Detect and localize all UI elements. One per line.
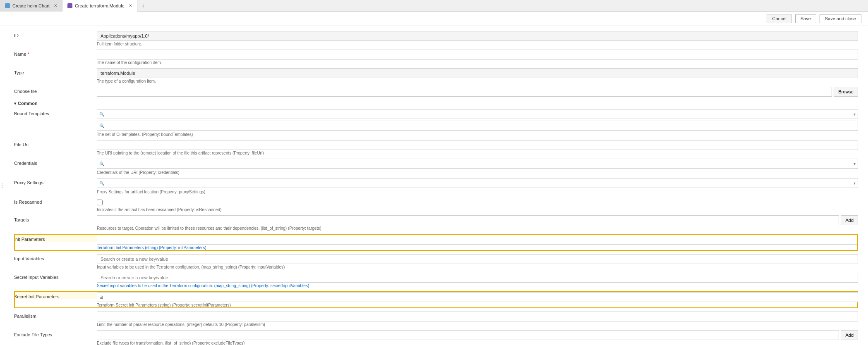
id-input[interactable] — [97, 31, 858, 41]
parallelism-label: Parallelism — [14, 312, 97, 319]
targets-label: Targets — [14, 215, 97, 222]
choose-file-control: Browse — [97, 87, 858, 97]
name-input[interactable] — [97, 50, 858, 59]
file-uri-label: File Uri — [14, 140, 97, 147]
file-uri-help: The URI pointing to the (remote) locatio… — [97, 151, 858, 155]
save-close-button[interactable]: Save and close — [820, 14, 861, 23]
cancel-button[interactable]: Cancel — [767, 14, 791, 23]
save-button[interactable]: Save — [795, 14, 816, 23]
choose-file-input[interactable] — [97, 87, 832, 97]
tab-helm-chart-label: Create helm.Chart — [12, 3, 50, 8]
credentials-input[interactable] — [97, 159, 858, 169]
input-variables-label: Input Variables — [14, 254, 97, 261]
bound-templates-label: Bound Templates — [14, 109, 97, 116]
bound-templates-search-icon-2: 🔍 — [99, 124, 104, 128]
secret-input-variables-control: Secret input variables to be used in the… — [97, 273, 858, 288]
secret-init-parameters-control: ⊞ Terraform Secret Init Parameters (stri… — [97, 292, 858, 307]
proxy-settings-row: Proxy Settings 🔍 ▾ Proxy Settings for ar… — [14, 178, 858, 194]
is-rescanned-checkbox[interactable] — [97, 200, 103, 205]
secret-input-variables-help: Secret input variables to be used in the… — [97, 283, 858, 288]
common-section-header[interactable]: ▾ Common — [14, 101, 858, 106]
browse-row: Browse — [97, 87, 858, 97]
type-input[interactable] — [97, 68, 858, 78]
proxy-settings-label: Proxy Settings — [14, 178, 97, 185]
bound-templates-search-row-2: 🔍 — [97, 121, 858, 131]
input-variables-input[interactable] — [97, 254, 858, 264]
choose-file-label: Choose file — [14, 87, 97, 94]
init-parameters-row: Init Parameters Terraform Init Parameter… — [14, 234, 858, 251]
proxy-settings-input[interactable] — [97, 178, 858, 188]
name-help: The name of the configuration item. — [97, 60, 858, 65]
secret-init-parameters-help: Terraform Secret Init Parameters (string… — [97, 303, 858, 307]
proxy-settings-search-icon: 🔍 — [99, 181, 104, 186]
tab-add-button[interactable]: + — [137, 1, 149, 11]
choose-file-row: Choose file Browse — [14, 87, 858, 98]
name-row: Name * The name of the configuration ite… — [14, 50, 858, 65]
exclude-file-types-input[interactable] — [97, 330, 839, 340]
targets-input[interactable] — [97, 215, 839, 225]
name-label: Name * — [14, 50, 97, 57]
secret-init-parameters-input[interactable] — [97, 292, 858, 302]
browse-button[interactable]: Browse — [834, 87, 858, 97]
sidebar-dots: ⋮ — [0, 26, 4, 345]
type-row: Type The type of a configuration item. — [14, 68, 858, 83]
tab-helm-chart-close[interactable]: ✕ — [54, 3, 57, 8]
tab-terraform-module-close[interactable]: ✕ — [129, 3, 132, 8]
secret-input-variables-input[interactable] — [97, 273, 858, 283]
bound-templates-help: The set of CI templates. (Property: boun… — [97, 132, 858, 137]
credentials-row: Credentials 🔍 ▾ Credentials of the URI (… — [14, 159, 858, 175]
bound-templates-search-input-2[interactable] — [97, 121, 858, 131]
id-control: Full item folder structure. — [97, 31, 858, 46]
secret-input-variables-label: Secret Input Variables — [14, 273, 97, 280]
name-control: The name of the configuration item. — [97, 50, 858, 65]
proxy-settings-help: Proxy Settings for artifact location (Pr… — [97, 190, 858, 194]
file-uri-control: The URI pointing to the (remote) locatio… — [97, 140, 858, 155]
form-content: ID Full item folder structure. Name * Th… — [4, 26, 868, 345]
parallelism-input[interactable] — [97, 312, 858, 321]
targets-row: Targets Add Resources to target. Operati… — [14, 215, 858, 231]
init-parameters-help: Terraform Init Parameters (string) (Prop… — [97, 245, 858, 250]
tab-terraform-module-label: Create terraform.Module — [75, 3, 125, 8]
secret-init-area: ⊞ — [97, 292, 858, 302]
bound-templates-search-row-1: 🔍 ▾ — [97, 109, 858, 119]
is-rescanned-control: Indicates if the artifact has been resca… — [97, 197, 858, 212]
credentials-search-icon: 🔍 — [99, 162, 104, 166]
id-help: Full item folder structure. — [97, 42, 858, 46]
helm-icon — [5, 3, 10, 8]
parallelism-row: Parallelism Limit the number of parallel… — [14, 312, 858, 327]
is-rescanned-label: Is Rescanned — [14, 197, 97, 205]
is-rescanned-help: Indicates if the artifact has been resca… — [97, 207, 858, 212]
file-uri-input[interactable] — [97, 140, 858, 150]
credentials-chevron-icon: ▾ — [854, 162, 856, 166]
bound-templates-search-input-1[interactable] — [97, 109, 858, 119]
secret-init-parameters-label: Secret Init Parameters — [14, 292, 97, 299]
is-rescanned-row: Is Rescanned Indicates if the artifact h… — [14, 197, 858, 212]
type-label: Type — [14, 68, 97, 75]
input-variables-help: Input variables to be used in the Terraf… — [97, 265, 858, 269]
exclude-file-types-add-button[interactable]: Add — [841, 330, 858, 340]
main-layout: ⋮ ID Full item folder structure. Name * … — [0, 26, 868, 345]
bound-templates-search-icon-1: 🔍 — [99, 112, 104, 117]
tab-helm-chart[interactable]: Create helm.Chart ✕ — [0, 0, 62, 12]
file-uri-row: File Uri The URI pointing to the (remote… — [14, 140, 858, 155]
exclude-file-types-label: Exclude File Types — [14, 330, 97, 337]
tab-terraform-module[interactable]: Create terraform.Module ✕ — [62, 0, 137, 12]
credentials-control: 🔍 ▾ Credentials of the URI (Property: cr… — [97, 159, 858, 175]
bound-templates-control: 🔍 ▾ 🔍 The set of CI templates. (Property… — [97, 109, 858, 137]
secret-input-variables-row: Secret Input Variables Secret input vari… — [14, 273, 858, 288]
targets-add-button[interactable]: Add — [841, 215, 858, 225]
targets-input-row: Add — [97, 215, 858, 225]
secret-icon: ⊞ — [99, 295, 103, 300]
type-control: The type of a configuration item. — [97, 68, 858, 83]
secret-init-parameters-row: Secret Init Parameters ⊞ Terraform Secre… — [14, 291, 858, 308]
bound-templates-chevron-icon: ▾ — [854, 112, 856, 117]
common-section-label: Common — [18, 101, 38, 106]
terraform-icon — [67, 3, 72, 8]
common-chevron-icon: ▾ — [14, 101, 16, 106]
exclude-file-types-row: Exclude File Types Add Exclude file type… — [14, 330, 858, 345]
targets-control: Add Resources to target. Operation will … — [97, 215, 858, 231]
init-parameters-control: Terraform Init Parameters (string) (Prop… — [97, 235, 858, 250]
init-parameters-input[interactable] — [97, 235, 858, 245]
type-help: The type of a configuration item. — [97, 79, 858, 83]
parallelism-help: Limit the number of parallel resource op… — [97, 322, 858, 327]
